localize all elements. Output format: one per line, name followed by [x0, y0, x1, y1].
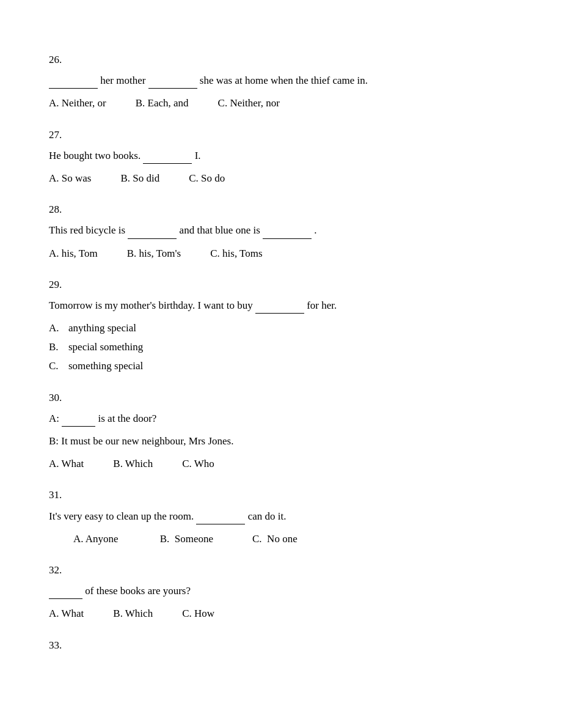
- q30-options: A. What B. Which C. Who: [49, 455, 513, 472]
- q28-text2: and that blue one is: [180, 224, 263, 236]
- q28-optB: B. his, Tom's: [127, 245, 181, 262]
- question-29: 29. Tomorrow is my mother's birthday. I …: [49, 276, 513, 375]
- q26-text: her mother she was at home when the thie…: [49, 72, 513, 89]
- q29-optC: C. something special: [49, 358, 513, 374]
- q27-optB: B. So did: [120, 170, 159, 186]
- q31-number: 31.: [49, 487, 513, 503]
- q32-text: of these books are yours?: [49, 582, 513, 599]
- q26-text2: she was at home when the thief came in.: [200, 75, 368, 86]
- question-31: 31. It's very easy to clean up the room.…: [49, 487, 513, 547]
- q30-line1: A: is at the door?: [49, 410, 513, 427]
- q28-options: A. his, Tom B. his, Tom's C. his, Toms: [49, 245, 513, 262]
- q29-optC-text: something special: [68, 358, 143, 374]
- question-27: 27. He bought two books. I. A. So was B.…: [49, 127, 513, 187]
- question-32: 32. of these books are yours? A. What B.…: [49, 562, 513, 622]
- q28-blank2: [263, 221, 312, 238]
- q28-blank1: [128, 221, 177, 238]
- question-26: 26. her mother she was at home when the …: [49, 51, 513, 112]
- q27-number: 27.: [49, 127, 513, 143]
- q30-number: 30.: [49, 389, 513, 406]
- q31-optA: A. Anyone: [73, 531, 119, 547]
- question-33: 33.: [49, 637, 513, 653]
- q29-options: A. anything special B. special something…: [49, 320, 513, 375]
- question-30: 30. A: is at the door? B: It must be our…: [49, 389, 513, 472]
- q27-optC: C. So do: [189, 170, 225, 186]
- q26-text1: her mother: [100, 75, 148, 86]
- q29-text2: for her.: [307, 300, 337, 311]
- q29-blank1: [255, 296, 304, 314]
- q27-text: He bought two books. I.: [49, 147, 513, 164]
- q32-blank1: [49, 582, 82, 599]
- q26-optB: B. Each, and: [136, 95, 189, 111]
- q29-optA-label: A.: [49, 320, 68, 336]
- q28-optC: C. his, Toms: [210, 245, 262, 262]
- q26-options: A. Neither, or B. Each, and C. Neither, …: [49, 95, 513, 111]
- question-28: 28. This red bicycle is and that blue on…: [49, 201, 513, 262]
- q26-number: 26.: [49, 51, 513, 68]
- q30-optC: C. Who: [182, 455, 214, 472]
- q33-number: 33.: [49, 637, 513, 653]
- q30-line2: B: It must be our new neighbour, Mrs Jon…: [49, 433, 513, 449]
- q28-number: 28.: [49, 201, 513, 218]
- q32-optA: A. What: [49, 605, 84, 622]
- q28-optA: A. his, Tom: [49, 245, 98, 262]
- q31-text1: It's very easy to clean up the room.: [49, 510, 196, 522]
- q31-text: It's very easy to clean up the room. can…: [49, 507, 513, 524]
- q26-optC: C. Neither, nor: [218, 95, 280, 111]
- q31-options: A. Anyone B. Someone C. No one: [49, 531, 513, 547]
- q31-optC: C. No one: [243, 531, 297, 547]
- q29-optB-label: B.: [49, 339, 68, 355]
- q29-optC-label: C.: [49, 358, 68, 374]
- q30-optB: B. Which: [113, 455, 153, 472]
- q29-number: 29.: [49, 276, 513, 293]
- q27-blank1: [143, 147, 192, 164]
- q30-b-text: B: It must be our new neighbour, Mrs Jon…: [49, 435, 233, 447]
- q29-text: Tomorrow is my mother's birthday. I want…: [49, 296, 513, 314]
- q32-text1: of these books are yours?: [85, 585, 191, 597]
- q30-optA: A. What: [49, 455, 84, 472]
- q27-text1: He bought two books.: [49, 150, 143, 161]
- q29-text1: Tomorrow is my mother's birthday. I want…: [49, 300, 255, 311]
- q30-a-label: A:: [49, 413, 62, 424]
- q32-optB: B. Which: [113, 605, 153, 622]
- q32-options: A. What B. Which C. How: [49, 605, 513, 622]
- q29-optA: A. anything special: [49, 320, 513, 336]
- q29-optA-text: anything special: [68, 320, 136, 336]
- q31-blank1: [196, 507, 245, 524]
- q27-text2: I.: [195, 150, 201, 161]
- q27-optA: A. So was: [49, 170, 91, 186]
- q28-text1: This red bicycle is: [49, 224, 128, 236]
- q30-blank1: [62, 410, 95, 427]
- q32-optC: C. How: [182, 605, 214, 622]
- q29-optB: B. special something: [49, 339, 513, 355]
- q29-optB-text: special something: [68, 339, 143, 355]
- q26-blank1: [49, 72, 98, 89]
- q26-blank2: [148, 72, 197, 89]
- q26-optA: A. Neither, or: [49, 95, 106, 111]
- q31-optB: B. Someone: [148, 531, 213, 547]
- q32-number: 32.: [49, 562, 513, 578]
- q28-text: This red bicycle is and that blue one is…: [49, 221, 513, 238]
- q28-text3: .: [314, 224, 316, 236]
- q27-options: A. So was B. So did C. So do: [49, 170, 513, 186]
- q30-text1: is at the door?: [98, 413, 157, 424]
- q31-text2: can do it.: [248, 510, 286, 522]
